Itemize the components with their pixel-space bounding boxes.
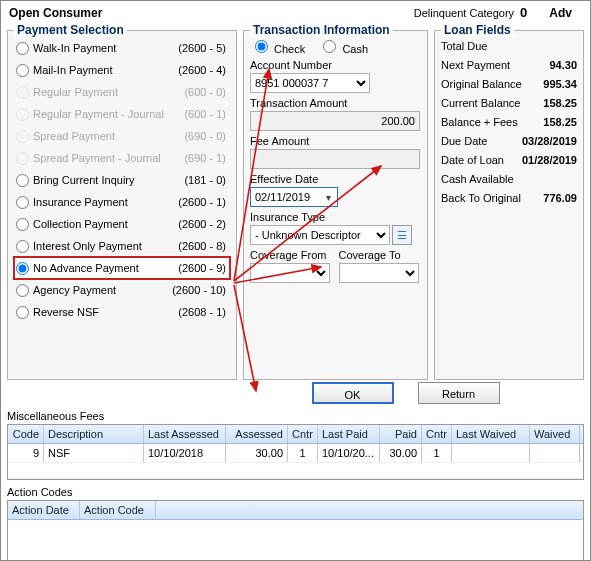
payment-option-code: (2600 - 9) (166, 262, 230, 274)
col-code[interactable]: Code (8, 425, 44, 443)
payment-option-code: (2600 - 1) (166, 196, 230, 208)
payment-option[interactable]: Mail-In Payment(2600 - 4) (14, 59, 230, 81)
payment-option-label: Regular Payment (33, 86, 166, 98)
table-row[interactable]: 9NSF10/10/201830.00110/10/20...30.001 (8, 444, 583, 463)
col-last-waived[interactable]: Last Waived (452, 425, 530, 443)
loan-field-row: Cash Available (441, 170, 577, 189)
ok-button[interactable]: OK (312, 382, 394, 404)
insurance-lookup-button[interactable]: ☰ (392, 225, 412, 245)
insurance-type-label: Insurance Type (250, 211, 421, 223)
account-number-label: Account Number (250, 59, 421, 71)
check-radio[interactable]: Check (250, 43, 305, 55)
loan-field-label: Original Balance (441, 75, 522, 94)
payment-option-radio[interactable] (16, 240, 29, 253)
table-cell: 30.00 (380, 444, 422, 462)
payment-option[interactable]: Reverse NSF(2608 - 1) (14, 301, 230, 323)
action-codes-label: Action Codes (7, 486, 590, 498)
payment-option[interactable]: Insurance Payment(2600 - 1) (14, 191, 230, 213)
list-icon: ☰ (397, 229, 407, 242)
loan-field-label: Current Balance (441, 94, 521, 113)
payment-option-code: (2608 - 1) (166, 306, 230, 318)
col-cntr[interactable]: Cntr (288, 425, 318, 443)
payment-option-code: (181 - 0) (166, 174, 230, 186)
col-paid[interactable]: Paid (380, 425, 422, 443)
table-cell: 1 (422, 444, 452, 462)
payment-option-code: (690 - 1) (166, 152, 230, 164)
payment-option[interactable]: Walk-In Payment(2600 - 5) (14, 37, 230, 59)
effective-date-input[interactable] (253, 189, 321, 205)
transaction-info-group: Transaction Information Check Cash Accou… (243, 30, 428, 380)
delinquent-category-value: 0 (520, 5, 527, 20)
payment-option-code: (600 - 0) (166, 86, 230, 98)
chevron-down-icon[interactable]: ▾ (321, 192, 335, 203)
payment-option[interactable]: Agency Payment(2600 - 10) (14, 279, 230, 301)
table-cell: NSF (44, 444, 144, 462)
loan-field-row: Next Payment94.30 (441, 56, 577, 75)
loan-field-row: Due Date03/28/2019 (441, 132, 577, 151)
loan-field-value: 158.25 (543, 94, 577, 113)
payment-option-radio (16, 108, 29, 121)
payment-option-code: (2600 - 8) (166, 240, 230, 252)
coverage-to-label: Coverage To (339, 249, 422, 261)
loan-field-row: Original Balance995.34 (441, 75, 577, 94)
payment-option-radio[interactable] (16, 64, 29, 77)
effective-date-picker[interactable]: ▾ (250, 187, 338, 207)
col-description[interactable]: Description (44, 425, 144, 443)
payment-option-code: (690 - 0) (166, 130, 230, 142)
payment-option-label: Bring Current Inquiry (33, 174, 166, 186)
payment-option[interactable]: Collection Payment(2600 - 2) (14, 213, 230, 235)
loan-field-label: Total Due (441, 37, 487, 56)
payment-option-radio[interactable] (16, 196, 29, 209)
loan-field-row: Total Due (441, 37, 577, 56)
col-waived[interactable]: Waived (530, 425, 580, 443)
payment-option[interactable]: Interest Only Payment(2600 - 8) (14, 235, 230, 257)
loan-field-value: 94.30 (549, 56, 577, 75)
coverage-to-select[interactable] (339, 263, 419, 283)
effective-date-label: Effective Date (250, 173, 421, 185)
payment-option-label: Spread Payment (33, 130, 166, 142)
payment-option[interactable]: No Advance Payment(2600 - 9) (14, 257, 230, 279)
payment-selection-legend: Payment Selection (14, 23, 127, 37)
payment-option-radio[interactable] (16, 218, 29, 231)
col-action-code[interactable]: Action Code (80, 501, 156, 519)
cash-radio[interactable]: Cash (318, 43, 368, 55)
action-codes-grid[interactable]: Action Date Action Code (7, 500, 584, 561)
payment-option-radio[interactable] (16, 174, 29, 187)
return-button[interactable]: Return (418, 382, 500, 404)
col-assessed[interactable]: Assessed (226, 425, 288, 443)
misc-fees-label: Miscellaneous Fees (7, 410, 590, 422)
table-cell: 10/10/2018 (144, 444, 226, 462)
coverage-from-select[interactable] (250, 263, 330, 283)
payment-option-code: (2600 - 5) (166, 42, 230, 54)
loan-field-value: 01/28/2019 (522, 151, 577, 170)
payment-option[interactable]: Bring Current Inquiry(181 - 0) (14, 169, 230, 191)
loan-field-label: Due Date (441, 132, 487, 151)
col-cntr2[interactable]: Cntr (422, 425, 452, 443)
payment-option-radio[interactable] (16, 284, 29, 297)
payment-option-radio (16, 152, 29, 165)
loan-field-label: Date of Loan (441, 151, 504, 170)
payment-option: Spread Payment - Journal(690 - 1) (14, 147, 230, 169)
account-number-select[interactable]: 8951 000037 7 (250, 73, 370, 93)
col-last-assessed[interactable]: Last Assessed (144, 425, 226, 443)
insurance-type-select[interactable]: - Unknown Descriptor (250, 225, 390, 245)
loan-field-row: Date of Loan01/28/2019 (441, 151, 577, 170)
col-last-paid[interactable]: Last Paid (318, 425, 380, 443)
fee-amount-input[interactable] (250, 149, 420, 169)
transaction-amount-input[interactable] (250, 111, 420, 131)
table-cell (530, 444, 580, 462)
table-cell: 30.00 (226, 444, 288, 462)
coverage-from-label: Coverage From (250, 249, 333, 261)
window-title: Open Consumer (9, 6, 102, 20)
payment-option-radio[interactable] (16, 42, 29, 55)
payment-option-label: Reverse NSF (33, 306, 166, 318)
loan-field-row: Back To Original776.09 (441, 189, 577, 208)
payment-option-radio[interactable] (16, 306, 29, 319)
col-action-date[interactable]: Action Date (8, 501, 80, 519)
loan-field-label: Balance + Fees (441, 113, 518, 132)
misc-fees-grid[interactable]: Code Description Last Assessed Assessed … (7, 424, 584, 480)
payment-option-radio[interactable] (16, 262, 29, 275)
loan-field-label: Back To Original (441, 189, 521, 208)
table-cell: 9 (8, 444, 44, 462)
delinquent-category-label: Delinquent Category (414, 7, 514, 19)
